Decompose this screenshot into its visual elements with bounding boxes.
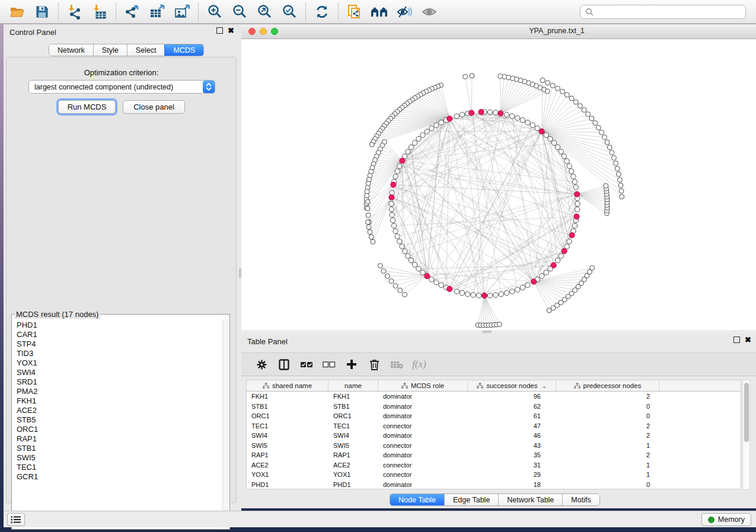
zoom-selected-icon[interactable] xyxy=(277,2,302,22)
column-header-predecessor-nodes[interactable]: predecessor nodes xyxy=(556,380,659,391)
task-history-button[interactable] xyxy=(7,513,25,526)
import-network-icon[interactable] xyxy=(62,2,87,22)
table-row[interactable]: SWI5SWI5connector431 xyxy=(247,441,741,451)
table-cell: TEC1 xyxy=(247,422,328,430)
window-close-icon[interactable] xyxy=(248,28,256,35)
delete-column-icon[interactable] xyxy=(367,357,381,371)
table-row[interactable]: TEC1TEC1connector472 xyxy=(247,421,741,431)
zoom-fit-icon[interactable] xyxy=(252,2,277,22)
table-scrollbar[interactable] xyxy=(742,380,750,490)
export-image-icon[interactable] xyxy=(170,2,194,22)
network-titlebar[interactable]: YPA_prune.txt_1 xyxy=(241,24,756,39)
list-item[interactable]: TEC1 xyxy=(17,463,222,472)
unselect-all-icon[interactable] xyxy=(322,357,336,371)
table-cell: 62 xyxy=(468,403,556,410)
column-header-MCDS-role[interactable]: MCDS role xyxy=(378,380,468,391)
list-item[interactable]: ACE2 xyxy=(17,406,222,415)
table-row[interactable]: ACE2ACE2connector311 xyxy=(247,460,741,470)
table-row[interactable]: FKH1FKH1dominator962 xyxy=(247,392,741,402)
list-item[interactable]: SWI4 xyxy=(17,368,222,377)
new-network-from-selection-icon[interactable] xyxy=(342,2,367,22)
table-cell: dominator xyxy=(378,451,468,459)
table-row[interactable]: STB1STB1dominator620 xyxy=(247,402,741,412)
show-columns-icon[interactable] xyxy=(277,357,291,371)
hide-selected-icon[interactable] xyxy=(392,2,417,22)
table-row[interactable]: ORC1ORC1dominator610 xyxy=(247,411,741,421)
list-item[interactable]: SWI5 xyxy=(17,453,222,463)
save-icon[interactable] xyxy=(30,2,55,22)
memory-label: Memory xyxy=(718,515,745,524)
tab-network-table[interactable]: Network Table xyxy=(498,494,562,505)
function-builder-icon[interactable]: f(x) xyxy=(412,358,426,370)
toolbar-separator xyxy=(116,3,116,21)
zoom-in-icon[interactable] xyxy=(202,2,227,22)
float-panel-icon[interactable] xyxy=(733,336,740,343)
list-item[interactable]: CAR1 xyxy=(17,330,222,339)
tab-style[interactable]: Style xyxy=(93,44,127,56)
first-neighbors-icon[interactable] xyxy=(367,2,392,22)
table-cell: PHD1 xyxy=(247,481,328,488)
tab-motifs[interactable]: Motifs xyxy=(562,494,599,505)
export-table-icon[interactable] xyxy=(145,2,170,22)
table-row[interactable]: PHD1PHD1dominator180 xyxy=(247,480,741,490)
table-cell: 47 xyxy=(468,422,556,430)
list-item[interactable]: TID3 xyxy=(17,349,222,358)
list-item[interactable]: PHD1 xyxy=(17,321,222,330)
table-row[interactable]: RAP1RAP1dominator352 xyxy=(247,450,741,460)
open-folder-icon[interactable] xyxy=(5,2,30,22)
export-network-icon[interactable] xyxy=(120,2,145,22)
list-item[interactable]: FKH1 xyxy=(17,396,222,406)
zoom-out-icon[interactable] xyxy=(227,2,252,22)
network-canvas[interactable] xyxy=(241,39,756,330)
tab-node-table[interactable]: Node Table xyxy=(390,494,444,505)
tab-mcds[interactable]: MCDS xyxy=(164,44,203,56)
show-all-icon[interactable] xyxy=(417,2,442,22)
table-row[interactable]: YOX1YOX1connector291 xyxy=(247,470,741,480)
table-cell: 0 xyxy=(556,481,659,488)
scrollbar-thumb[interactable] xyxy=(744,383,749,442)
table-row[interactable]: SWI4SWI4dominator462 xyxy=(247,431,741,441)
list-item[interactable]: STB5 xyxy=(17,415,222,425)
memory-button[interactable]: Memory xyxy=(701,513,751,526)
list-item[interactable]: PMA2 xyxy=(17,387,222,396)
table-cell: 1 xyxy=(556,471,659,478)
table-cell: YOX1 xyxy=(328,471,378,478)
tab-select[interactable]: Select xyxy=(127,44,165,56)
window-maximize-icon[interactable] xyxy=(271,28,278,35)
gear-icon[interactable] xyxy=(254,357,269,371)
list-item[interactable]: YOX1 xyxy=(17,358,222,368)
mcds-result-title: MCDS result (17 nodes) xyxy=(14,310,100,319)
float-panel-icon[interactable] xyxy=(216,27,223,34)
import-table-icon[interactable] xyxy=(87,2,112,22)
close-panel-button[interactable]: Close panel xyxy=(123,100,185,114)
refresh-layout-icon[interactable] xyxy=(310,2,334,22)
mcds-result-scrollbar[interactable] xyxy=(222,319,229,528)
search-input[interactable] xyxy=(597,8,741,16)
column-header-successor-nodes[interactable]: successor nodes⌄ xyxy=(468,380,556,391)
table-cell: 2 xyxy=(556,432,659,439)
list-item[interactable]: RAP1 xyxy=(17,434,222,444)
list-item[interactable]: STP4 xyxy=(17,339,222,349)
window-minimize-icon[interactable] xyxy=(260,28,267,35)
column-header-name[interactable]: name xyxy=(328,380,378,391)
tab-network[interactable]: Network xyxy=(49,44,93,56)
list-item[interactable]: GCR1 xyxy=(17,472,222,482)
close-panel-icon[interactable]: ✖ xyxy=(228,27,234,34)
table-cell: dominator xyxy=(378,393,468,400)
delete-table-icon[interactable] xyxy=(390,357,404,371)
add-column-icon[interactable] xyxy=(344,357,359,371)
column-header-shared-name[interactable]: shared name xyxy=(247,380,328,391)
list-item[interactable]: ORC1 xyxy=(17,425,222,434)
table-cell: SWI5 xyxy=(328,442,378,449)
tab-edge-table[interactable]: Edge Table xyxy=(444,494,498,505)
table-panel: Table Panel ✖ xyxy=(241,334,756,508)
run-mcds-button[interactable]: Run MCDS xyxy=(58,100,116,114)
list-item[interactable]: STB1 xyxy=(17,444,222,453)
splitter-grip[interactable] xyxy=(482,331,492,333)
list-item[interactable]: SRD1 xyxy=(17,377,222,387)
select-all-icon[interactable] xyxy=(299,357,314,371)
close-panel-icon[interactable]: ✖ xyxy=(745,336,751,343)
search-box[interactable] xyxy=(580,5,746,19)
mcds-result-list[interactable]: PHD1CAR1STP4TID3YOX1SWI4SRD1PMA2FKH1ACE2… xyxy=(12,319,222,528)
optimization-criterion-select[interactable]: largest connected component (undirected) xyxy=(28,80,215,94)
